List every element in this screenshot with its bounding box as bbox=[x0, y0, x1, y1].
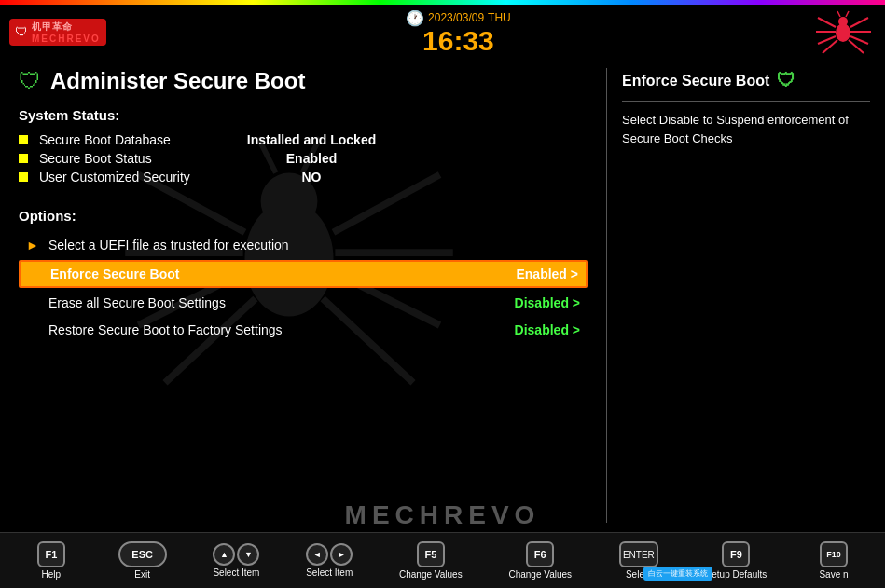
clock-time: 16:33 bbox=[406, 27, 511, 55]
key-f1-btn[interactable]: F1 bbox=[37, 541, 65, 567]
key-updown-label: Select Item bbox=[213, 567, 259, 578]
date-label: 2023/03/09 bbox=[428, 11, 484, 24]
svg-line-5 bbox=[823, 40, 837, 53]
day-label: THU bbox=[488, 11, 511, 24]
social-badge: 白云一键重装系统 bbox=[643, 567, 712, 581]
options-label: Options: bbox=[19, 208, 588, 224]
status-name-0: Secure Boot Database bbox=[39, 132, 226, 147]
option-item-1[interactable]: Enforce Secure Boot Enabled > bbox=[19, 260, 588, 288]
option-value-3: Disabled > bbox=[515, 322, 580, 337]
svg-line-2 bbox=[818, 18, 836, 27]
svg-line-8 bbox=[850, 36, 868, 44]
status-bullet-1 bbox=[19, 154, 28, 163]
status-name-1: Secure Boot Status bbox=[39, 151, 226, 166]
status-list: Secure Boot Database Installed and Locke… bbox=[19, 132, 588, 185]
logo-shield-icon: 🛡 bbox=[15, 24, 28, 39]
svg-line-10 bbox=[837, 11, 840, 17]
right-panel-title: Enforce Secure Boot bbox=[622, 73, 769, 89]
status-value-0: Installed and Locked bbox=[237, 132, 386, 147]
key-f5-btn[interactable]: F5 bbox=[417, 541, 445, 567]
options-list: ► Select a UEFI file as trusted for exec… bbox=[19, 233, 588, 342]
bottom-bar: F1 Help ESC Exit ▲ ▼ Select Item ◄ ► Sel… bbox=[0, 532, 885, 588]
status-item-0: Secure Boot Database Installed and Locke… bbox=[19, 132, 588, 147]
system-status-label: System Status: bbox=[19, 107, 588, 123]
option-name-1: Enforce Secure Boot bbox=[50, 267, 506, 281]
right-panel-description: Select Disable to Suspend enforcement of… bbox=[622, 111, 870, 147]
right-panel: Enforce Secure Boot 🛡 Select Disable to … bbox=[607, 59, 885, 532]
status-bullet-2 bbox=[19, 172, 28, 182]
key-enter-text: ENTER bbox=[623, 550, 655, 560]
svg-point-1 bbox=[838, 17, 848, 26]
svg-line-9 bbox=[849, 40, 864, 53]
key-f9-btn[interactable]: F9 bbox=[722, 541, 750, 567]
status-item-1: Secure Boot Status Enabled bbox=[19, 151, 588, 166]
logo-box: 🛡 机甲革命 MECHREVO bbox=[9, 19, 106, 46]
key-f10[interactable]: F10 Save n bbox=[813, 541, 854, 580]
spider-logo-icon bbox=[813, 7, 874, 58]
option-item-2[interactable]: ► Erase all Secure Boot Settings Disable… bbox=[19, 291, 588, 315]
key-f9[interactable]: F9 Setup Defaults bbox=[706, 541, 767, 580]
option-name-0: Select a UEFI file as trusted for execut… bbox=[48, 238, 571, 253]
key-down-btn[interactable]: ▼ bbox=[237, 543, 259, 566]
status-value-2: NO bbox=[237, 170, 386, 185]
logo-spider-right bbox=[810, 8, 876, 55]
status-item-2: User Customized Security NO bbox=[19, 170, 588, 185]
option-arrow-3: ► bbox=[26, 322, 39, 337]
option-value-1: Enabled > bbox=[516, 267, 578, 281]
key-esc[interactable]: ESC Exit bbox=[118, 541, 167, 580]
status-value-1: Enabled bbox=[237, 151, 386, 166]
status-name-2: User Customized Security bbox=[39, 170, 226, 185]
page-title: Administer Secure Boot bbox=[50, 68, 305, 94]
key-f1[interactable]: F1 Help bbox=[31, 541, 72, 580]
key-f10-label: Save n bbox=[819, 569, 848, 580]
key-esc-btn[interactable]: ESC bbox=[118, 541, 167, 567]
svg-line-4 bbox=[818, 36, 836, 44]
option-item-3[interactable]: ► Restore Secure Boot to Factory Setting… bbox=[19, 318, 588, 342]
status-bullet-0 bbox=[19, 135, 28, 144]
right-shield-icon: 🛡 bbox=[777, 70, 795, 91]
svg-line-6 bbox=[850, 18, 868, 27]
key-enter-btn[interactable]: ENTER bbox=[619, 541, 658, 567]
option-value-2: Disabled > bbox=[515, 295, 580, 310]
divider-status-options bbox=[19, 198, 588, 198]
key-esc-label: Exit bbox=[134, 569, 150, 580]
left-panel: 🛡 Administer Secure Boot System Status: … bbox=[0, 59, 606, 532]
option-item-0[interactable]: ► Select a UEFI file as trusted for exec… bbox=[19, 233, 588, 257]
key-f6[interactable]: F6 Change Values bbox=[508, 541, 572, 580]
key-updown[interactable]: ▲ ▼ Select Item bbox=[213, 543, 259, 578]
key-up-btn[interactable]: ▲ bbox=[213, 543, 235, 566]
right-panel-title-row: Enforce Secure Boot 🛡 bbox=[622, 70, 870, 91]
logo-area: 🛡 机甲革命 MECHREVO bbox=[9, 19, 106, 46]
key-f10-btn[interactable]: F10 bbox=[820, 541, 848, 567]
key-f1-label: Help bbox=[42, 569, 62, 580]
title-shield-icon: 🛡 bbox=[19, 68, 41, 94]
main-content: 🛡 Administer Secure Boot System Status: … bbox=[0, 59, 885, 532]
option-name-3: Restore Secure Boot to Factory Settings bbox=[48, 322, 505, 337]
key-f9-label: Setup Defaults bbox=[706, 569, 767, 580]
clock-icon: 🕐 bbox=[406, 9, 424, 27]
key-leftright-pair: ◄ ► bbox=[306, 543, 353, 566]
logo-text: MECHREVO bbox=[32, 34, 101, 44]
clock-area: 🕐 2023/03/09 THU 16:33 bbox=[406, 9, 511, 55]
key-right-btn[interactable]: ► bbox=[330, 543, 353, 566]
key-f6-label: Change Values bbox=[508, 569, 572, 580]
logo-chinese: 机甲革命 bbox=[32, 21, 101, 34]
key-leftright[interactable]: ◄ ► Select Item bbox=[306, 543, 353, 578]
svg-line-11 bbox=[846, 11, 849, 17]
header: 🛡 机甲革命 MECHREVO 🕐 2023/03/09 THU 16:33 bbox=[0, 5, 885, 59]
key-updown-pair: ▲ ▼ bbox=[213, 543, 259, 566]
option-arrow-0: ► bbox=[26, 238, 39, 253]
option-name-2: Erase all Secure Boot Settings bbox=[48, 295, 505, 310]
key-left-btn[interactable]: ◄ bbox=[306, 543, 328, 566]
option-arrow-2: ► bbox=[26, 295, 39, 310]
key-leftright-label: Select Item bbox=[306, 567, 353, 578]
right-panel-divider bbox=[622, 101, 870, 102]
key-f5[interactable]: F5 Change Values bbox=[399, 541, 463, 580]
key-f5-label: Change Values bbox=[399, 569, 463, 580]
page-title-row: 🛡 Administer Secure Boot bbox=[19, 68, 588, 94]
key-f6-btn[interactable]: F6 bbox=[526, 541, 554, 567]
